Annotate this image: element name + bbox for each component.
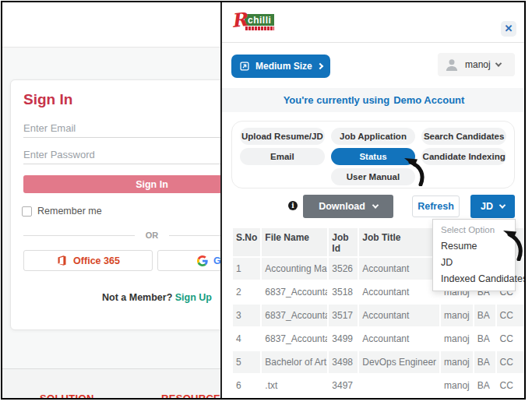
table-cell: .txt xyxy=(262,375,327,396)
footer-solution-heading: SOLUTION xyxy=(40,393,94,400)
table-cell: manoj xyxy=(441,305,473,326)
table-header: S.No xyxy=(233,228,260,256)
table-cell: 3497 xyxy=(329,375,358,396)
table-cell: 3526 xyxy=(329,258,358,280)
table-cell: CC xyxy=(497,351,525,373)
table-cell: BA xyxy=(474,328,495,350)
table-cell: 5 xyxy=(233,351,260,373)
table-cell: 6837_Accounta... xyxy=(262,328,327,350)
table-cell: Accountant xyxy=(359,258,439,280)
table-cell: 6837_Accounta... xyxy=(262,281,327,303)
medium-size-label: Medium Size xyxy=(255,61,312,72)
download-label: Download xyxy=(319,201,365,212)
nav-pill-candidate-indexing[interactable]: Candidate Indexing xyxy=(421,148,506,165)
table-cell: 3498 xyxy=(329,351,358,373)
header-divider xyxy=(222,42,526,43)
nav-pill-upload-resume-jd[interactable]: Upload Resume/JD xyxy=(240,128,325,145)
table-row: 5Bachelor of Art...3498DevOps Engineerma… xyxy=(233,351,524,373)
rchilli-plugin-panel: R chilli ✕ Medium Size manoj You're curr… xyxy=(220,2,524,398)
table-cell: 3 xyxy=(233,305,260,326)
table-cell: Accountant xyxy=(359,281,439,303)
table-cell: 1 xyxy=(233,258,260,280)
table-cell: manoj xyxy=(441,328,473,350)
footer-resources-heading: RESOURCES xyxy=(161,393,227,400)
office365-button[interactable]: Office 365 xyxy=(23,250,153,271)
table-cell: DevOps Engineer xyxy=(359,351,439,373)
nav-pill-email[interactable]: Email xyxy=(240,148,325,165)
table-cell xyxy=(359,375,439,396)
table-header: Job Id xyxy=(329,228,358,256)
table-cell: 3499 xyxy=(329,328,358,350)
nav-pill-search-candidates[interactable]: Search Candidates xyxy=(421,128,506,145)
screenshot-frame: Sign In Sign In Remember me OR Office 36… xyxy=(1,1,526,400)
remember-me-label: Remember me xyxy=(37,206,102,217)
user-menu[interactable]: manoj xyxy=(438,53,515,76)
resize-icon xyxy=(239,61,250,72)
rchilli-logo: R chilli xyxy=(231,12,274,30)
table-cell: 3517 xyxy=(329,305,358,326)
table-cell: CC xyxy=(497,375,525,396)
table-cell: 6 xyxy=(233,375,260,396)
refresh-button[interactable]: Refresh xyxy=(412,195,460,217)
table-cell: manoj xyxy=(441,375,473,396)
page-footer: SOLUTION RESOURCES xyxy=(2,368,221,398)
banner-text: You're currently using xyxy=(284,94,390,106)
brand-tagline-strip xyxy=(245,26,274,30)
table-header: File Name xyxy=(262,228,327,256)
not-member-text: Not a Member? xyxy=(102,292,172,303)
medium-size-button[interactable]: Medium Size xyxy=(231,55,330,78)
nav-pills-container: Upload Resume/JDJob ApplicationSearch Ca… xyxy=(231,121,515,188)
google-logo-icon xyxy=(197,255,208,266)
table-header: Job Title xyxy=(359,228,439,256)
remember-me-checkbox[interactable] xyxy=(22,206,32,217)
signup-link[interactable]: Sign Up xyxy=(175,292,212,303)
table-cell: Bachelor of Art... xyxy=(262,351,327,373)
chevron-down-icon xyxy=(495,60,501,66)
table-cell: BA xyxy=(474,305,495,326)
avatar xyxy=(444,57,460,72)
table-cell: manoj xyxy=(441,351,473,373)
brand-wordmark: chilli xyxy=(245,14,274,26)
close-icon[interactable]: ✕ xyxy=(501,21,516,37)
chevron-right-icon xyxy=(316,63,322,69)
table-cell: 4 xyxy=(233,328,260,350)
info-icon[interactable]: i xyxy=(288,201,298,210)
user-name: manoj xyxy=(465,59,491,70)
table-cell: BA xyxy=(474,375,495,396)
table-cell: BA xyxy=(474,351,495,373)
site-topbar xyxy=(2,2,221,48)
table-cell: Accountant xyxy=(359,305,439,326)
signin-heading: Sign In xyxy=(23,91,72,108)
table-cell: 6837_Accounta... xyxy=(262,305,327,326)
jd-dropdown-button[interactable]: JD xyxy=(470,195,515,218)
table-cell: CC xyxy=(497,328,525,350)
table-row: 6.txt3497manojBACC xyxy=(233,375,524,396)
or-label: OR xyxy=(146,231,159,240)
table-cell: 2 xyxy=(233,281,260,303)
demo-account-banner: You're currently using Demo Account xyxy=(222,88,526,112)
chevron-down-icon xyxy=(499,202,506,208)
office-logo-icon xyxy=(56,255,68,266)
table-cell: Accountant xyxy=(359,328,439,350)
table-cell: Accounting Ma... xyxy=(262,258,327,280)
dropdown-option-indexed-candidates[interactable]: Indexed Candidates xyxy=(441,271,515,287)
chevron-down-icon xyxy=(372,202,379,208)
table-row: 46837_Accounta...3499AccountantmanojBACC xyxy=(233,328,524,350)
table-cell: 3518 xyxy=(329,281,358,303)
table-row: 36837_Accounta...3517AccountantmanojBACC xyxy=(233,305,524,326)
nav-pill-job-application[interactable]: Job Application xyxy=(331,128,416,145)
table-cell: CC xyxy=(497,305,525,326)
annotation-arrow-dropdown xyxy=(502,228,523,264)
office365-label: Office 365 xyxy=(73,255,120,266)
jd-label: JD xyxy=(481,201,493,212)
banner-highlight: Demo Account xyxy=(393,94,464,106)
annotation-arrow-status xyxy=(403,157,425,189)
download-button[interactable]: Download xyxy=(303,195,393,218)
